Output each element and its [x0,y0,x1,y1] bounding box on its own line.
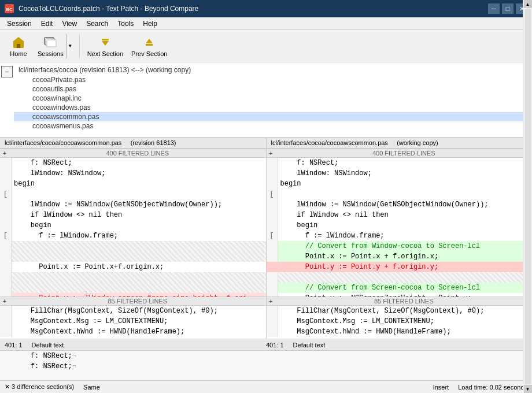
home-button[interactable]: Home [5,32,32,60]
left-line-3: begin [0,179,266,189]
next-section-icon [98,35,112,49]
left-panel-status: 401: 1 Default text [5,342,266,348]
right-line-1: f: NSRect; [267,158,533,168]
left-hatch-2 [0,251,266,262]
merge-line-2: f: NSRect;¬ [0,361,532,372]
right-code-top[interactable]: f: NSRect; lWindow: NSWindow; begin [ lW… [267,158,533,296]
merge-panel: f: NSRect;¬ f: NSRect;¬ [0,350,532,380]
left-panel-path: lcl/interfaces/cocoa/cocoawscommon.pas [5,139,121,146]
sessions-main[interactable]: Sessions [35,34,66,58]
left-line-bracket2: [ f := lWindow.frame; [0,231,266,241]
right-panel-path: lcl/interfaces/cocoa/cocoawscommon.pas [271,139,388,146]
toolbar-separator-1 [79,35,80,58]
diff-container: lcl/interfaces/cocoa/cocoawscommon.pas (… [0,138,532,380]
right-line-4: lWindow := NSWindow(GetNSObjectWindow(Ow… [267,199,533,210]
file-tree-content: − lcl/interfaces/cocoa (revision 61813) … [0,62,532,137]
left-bottom-1: FillChar(MsgContext, SizeOf(MsgContext),… [0,306,266,316]
sessions-arrow[interactable]: ▼ [66,34,74,58]
prev-section-button[interactable]: Prev Section [128,32,170,60]
left-filter-top-text: 400 FILTERED LINES [9,150,266,157]
menu-tools[interactable]: Tools [113,18,138,29]
tree-list: lcl/interfaces/cocoa (revision 61813) <-… [14,62,523,137]
left-filter-top: + 400 FILTERED LINES [0,149,266,158]
menu-session[interactable]: Session [2,18,36,29]
sessions-btn[interactable]: Sessions ▼ [35,34,75,59]
right-added-1: Point.x := Point.x + f.origin.x; [267,251,533,262]
right-panel-header: lcl/interfaces/cocoa/cocoawscommon.pas (… [267,138,533,149]
left-filter-top-expand[interactable]: + [0,150,9,157]
menu-bar: Session Edit View Search Tools Help [0,17,532,30]
right-line-3: begin [267,179,533,189]
right-filter-bottom-expand[interactable]: + [267,298,276,305]
right-scroll-track [525,138,531,339]
left-line-5: if lWindow <> nil then [0,210,266,220]
tree-expand-icon[interactable]: − [1,66,13,77]
menu-edit[interactable]: Edit [36,18,58,29]
tree-item-0[interactable]: cocoaPrivate.pas [14,75,523,84]
tree-item-1[interactable]: cocoautils.pas [14,84,523,94]
right-status-text: Default text [293,342,326,348]
home-label: Home [10,50,27,57]
right-panel-status: 401: 1 Default text [266,342,527,348]
sessions-button-group[interactable]: Sessions ▼ [35,32,75,60]
prev-section-icon [142,35,156,49]
home-icon [12,35,25,49]
prev-section-label: Prev Section [131,50,167,57]
tree-item-4[interactable]: cocoawscommon.pas [14,112,523,121]
menu-help[interactable]: Help [138,18,162,29]
left-code-top[interactable]: f: NSRect; lWindow: NSWindow; begin [ lW… [0,158,266,296]
insert-label: Insert [433,384,449,391]
right-filter-top-expand[interactable]: + [267,150,276,157]
left-line-2: lWindow: NSWindow; [0,168,266,179]
right-line-5: if lWindow <> nil then [267,210,533,220]
right-line-6: begin [267,220,533,231]
left-line-1: f: NSRect; [0,158,266,168]
left-filter-bottom-expand[interactable]: + [0,298,9,305]
window-controls[interactable]: ─ □ ✕ [488,3,527,14]
tree-expand-area: − [0,62,14,137]
left-bottom-2: MsgContext.Msg := LM_CONTEXTMENU; [0,316,266,327]
merge-line-1: f: NSRect;¬ [0,351,532,361]
restore-button[interactable]: □ [502,3,513,14]
left-hatch-4 [0,283,266,293]
tree-item-5[interactable]: cocoawsmenus.pas [14,121,523,131]
menu-view[interactable]: View [57,18,82,29]
right-comment-2: // Convert from Screen-cocoa to Screen-l… [267,283,533,293]
right-code-bottom[interactable]: FillChar(MsgContext, SizeOf(MsgContext),… [267,306,533,339]
svg-rect-11 [146,44,153,46]
right-panel-revision: (working copy) [397,139,438,146]
right-filter-bottom-text: 85 FILTERED LINES [276,298,533,305]
file-tree-panel: − lcl/interfaces/cocoa (revision 61813) … [0,62,532,138]
right-hatch-1 [267,272,533,283]
menu-search[interactable]: Search [82,18,113,29]
left-line-deleted: Point.y := lWindow.screen.frame.size.hei… [0,293,266,296]
title-bar-left: BC CocoaToLCLCoords.patch - Text Patch -… [5,4,198,13]
right-bottom-3: MsgContext.hWnd := HWND(HandleFrame); [267,327,533,337]
sessions-label: Sessions [38,50,64,57]
minimize-button[interactable]: ─ [488,3,500,14]
toolbar: Home Sessions ▼ [0,30,532,62]
svg-marker-8 [102,41,109,46]
left-filter-bottom-text: 85 FILTERED LINES [9,298,266,305]
right-status-pos: 401: 1 [266,342,284,348]
left-filter-bottom: + 85 FILTERED LINES [0,296,266,306]
left-status-text: Default text [32,342,64,348]
same-label: Same [83,384,100,391]
tree-item-3[interactable]: cocoawindows.pas [14,103,523,112]
right-line-7: Point.y := NSScreenZeroHeight - Point.y; [267,293,533,296]
right-filter-top: + 400 FILTERED LINES [267,149,533,158]
left-bottom-3: MsgContext.hWnd := HWND(HandleFrame); [0,327,266,337]
right-diff-panel: lcl/interfaces/cocoa/cocoawscommon.pas (… [267,138,533,339]
left-panel-revision: (revision 61813) [131,139,176,146]
next-section-button[interactable]: Next Section [84,32,126,60]
svg-rect-7 [47,40,56,47]
right-comment-1: // Convert from Window-cocoa to Screen-l… [267,241,533,251]
svg-marker-3 [13,37,24,42]
sessions-icon [43,35,57,49]
tree-item-2[interactable]: cocoawinapi.inc [14,94,523,103]
left-status-pos: 401: 1 [5,342,23,348]
tree-header: lcl/interfaces/cocoa (revision 61813) <-… [14,65,523,75]
right-added-2: Point.y := Point.y + f.origin.y; [267,262,533,272]
left-code-bottom[interactable]: FillChar(MsgContext, SizeOf(MsgContext),… [0,306,266,339]
svg-text:BC: BC [6,7,13,12]
